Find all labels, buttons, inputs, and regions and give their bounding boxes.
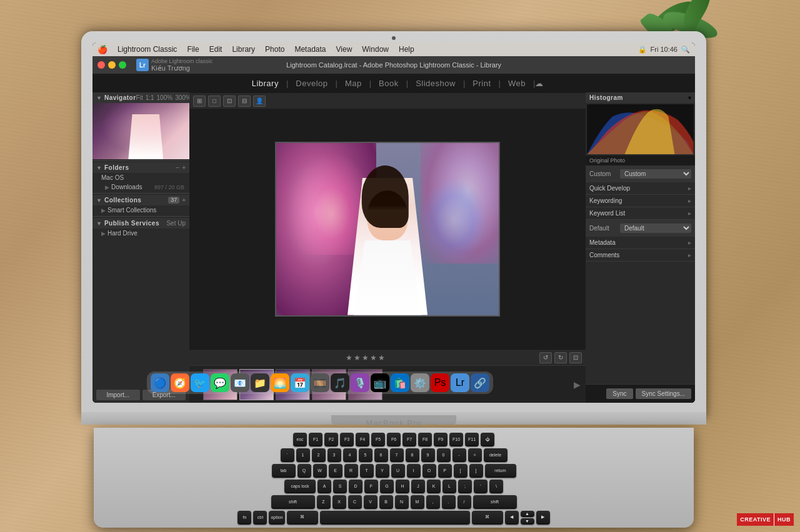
menu-lightroom-classic[interactable]: Lightroom Classic: [115, 45, 179, 54]
key-option[interactable]: option: [269, 511, 284, 525]
people-view-btn[interactable]: 👤: [253, 96, 266, 107]
key-space[interactable]: [320, 511, 470, 525]
import-button[interactable]: Import...: [96, 390, 140, 400]
collections-header[interactable]: ▼ Collections 37 +: [92, 195, 189, 205]
module-web[interactable]: Web: [501, 76, 533, 91]
key-b[interactable]: B: [379, 495, 393, 509]
dock-icon-4[interactable]: 🎵: [331, 373, 349, 392]
key-rbracket[interactable]: ]: [469, 464, 483, 478]
key-j[interactable]: J: [411, 480, 425, 493]
key-arrow-up[interactable]: ▲: [521, 511, 534, 517]
keywording-item[interactable]: Keywording ▸: [586, 195, 695, 207]
key-w[interactable]: W: [313, 464, 327, 478]
key-8[interactable]: 8: [406, 448, 419, 462]
star-1[interactable]: ★: [346, 353, 352, 362]
key-p[interactable]: P: [438, 464, 452, 478]
menu-file[interactable]: File: [184, 45, 201, 54]
key-f2[interactable]: F2: [324, 433, 338, 446]
key-shift-right[interactable]: shift: [473, 495, 517, 509]
module-develop[interactable]: Develop: [288, 76, 335, 91]
key-equals[interactable]: =: [468, 448, 482, 462]
key-period[interactable]: .: [442, 495, 456, 509]
hard-drive-item[interactable]: ▶ Hard Drive: [92, 229, 189, 238]
key-f5[interactable]: F5: [371, 433, 385, 446]
key-f6[interactable]: F6: [387, 433, 401, 446]
default-dropdown[interactable]: Default: [620, 224, 691, 233]
zoom-300pct[interactable]: 300%: [175, 94, 189, 101]
dock-icon-1[interactable]: 📧: [231, 373, 249, 392]
key-f9[interactable]: F9: [434, 433, 448, 446]
dock-icon-messages[interactable]: 💬: [211, 373, 229, 392]
key-r[interactable]: R: [344, 464, 358, 478]
dock-icon-3[interactable]: 🎞️: [311, 373, 329, 392]
dock-icon-ps[interactable]: Ps: [431, 373, 449, 392]
dock-icon-2[interactable]: 📁: [251, 373, 269, 392]
key-shift-left[interactable]: shift: [271, 495, 315, 509]
crop-btn[interactable]: ⊡: [569, 352, 582, 363]
minimize-button[interactable]: [108, 61, 116, 69]
key-backtick[interactable]: `: [281, 448, 294, 462]
zoom-fit[interactable]: Fit: [136, 94, 143, 101]
compare-view-btn[interactable]: ⊡: [223, 96, 236, 107]
dock-icon-safari[interactable]: 🧭: [171, 373, 189, 392]
dock-icon-podcast[interactable]: 🎙️: [351, 373, 369, 392]
star-3[interactable]: ★: [362, 353, 369, 362]
key-5[interactable]: 5: [359, 448, 372, 462]
key-return[interactable]: return: [485, 464, 516, 478]
module-library[interactable]: Library: [244, 76, 286, 91]
key-6[interactable]: 6: [374, 448, 388, 462]
star-rating[interactable]: ★ ★ ★ ★ ★: [346, 353, 385, 362]
setup-btn[interactable]: Set Up: [166, 220, 186, 227]
key-f1[interactable]: F1: [309, 433, 322, 446]
key-t[interactable]: T: [360, 464, 374, 478]
dock-icon-store[interactable]: 🛍️: [391, 373, 409, 392]
key-fn[interactable]: fn: [238, 511, 251, 525]
key-minus[interactable]: -: [452, 448, 466, 462]
folders-minus[interactable]: −: [176, 164, 179, 171]
zoom-100pct[interactable]: 100%: [157, 94, 173, 101]
key-power[interactable]: ⏻: [481, 433, 494, 446]
dock-icon-photos[interactable]: 🌅: [271, 373, 289, 392]
key-u[interactable]: U: [391, 464, 405, 478]
key-g[interactable]: G: [380, 480, 394, 493]
module-map[interactable]: Map: [338, 76, 369, 91]
grid-view-btn[interactable]: ⊞: [193, 96, 206, 107]
key-control[interactable]: ctrl: [253, 511, 267, 525]
key-esc[interactable]: esc: [293, 433, 307, 446]
apple-logo-icon[interactable]: 🍎: [98, 45, 108, 54]
menu-library[interactable]: Library: [229, 45, 258, 54]
close-button[interactable]: [98, 61, 105, 69]
key-q[interactable]: Q: [298, 464, 311, 478]
menu-window[interactable]: Window: [359, 45, 391, 54]
star-5[interactable]: ★: [378, 353, 385, 362]
keyword-list-item[interactable]: Keyword List ▸: [586, 207, 695, 220]
key-slash[interactable]: /: [458, 495, 471, 509]
key-f10[interactable]: F10: [449, 433, 463, 446]
module-slideshow[interactable]: Slideshow: [408, 76, 463, 91]
key-arrow-right[interactable]: ▶: [536, 511, 550, 525]
key-lbracket[interactable]: [: [454, 464, 468, 478]
survey-view-btn[interactable]: ⊟: [238, 96, 251, 107]
key-9[interactable]: 9: [421, 448, 435, 462]
metadata-item[interactable]: Metadata ▸: [586, 237, 695, 249]
dock-icon-twitter[interactable]: 🐦: [191, 373, 209, 392]
key-a[interactable]: A: [318, 480, 331, 493]
custom-dropdown[interactable]: Custom: [620, 169, 691, 179]
menu-edit[interactable]: Edit: [207, 45, 225, 54]
collections-plus[interactable]: +: [182, 197, 186, 204]
key-s[interactable]: S: [333, 480, 347, 493]
maximize-button[interactable]: [119, 61, 126, 69]
key-command-right[interactable]: ⌘: [472, 511, 503, 525]
dock-icon-calendar[interactable]: 📅: [291, 373, 309, 392]
key-n[interactable]: N: [395, 495, 409, 509]
star-2[interactable]: ★: [354, 353, 361, 362]
folders-header[interactable]: ▼ Folders − +: [92, 162, 189, 173]
sync-button[interactable]: Sync: [606, 388, 632, 399]
key-i[interactable]: I: [407, 464, 421, 478]
folder-downloads[interactable]: ▶ Downloads 897 / 20 GB: [92, 182, 189, 192]
module-print[interactable]: Print: [465, 76, 498, 91]
dock-icon-prefs[interactable]: ⚙️: [411, 373, 429, 392]
key-e[interactable]: E: [329, 464, 342, 478]
key-command-left[interactable]: ⌘: [287, 511, 318, 525]
menu-photo[interactable]: Photo: [262, 45, 287, 54]
